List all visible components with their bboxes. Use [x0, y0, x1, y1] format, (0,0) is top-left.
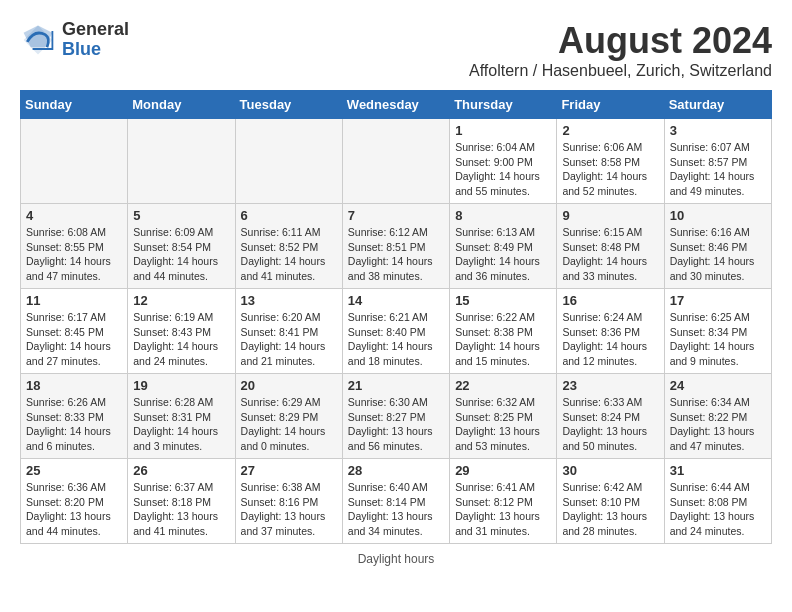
day-info: Sunrise: 6:13 AM Sunset: 8:49 PM Dayligh…	[455, 225, 551, 284]
day-number: 12	[133, 293, 229, 308]
day-info: Sunrise: 6:30 AM Sunset: 8:27 PM Dayligh…	[348, 395, 444, 454]
day-info: Sunrise: 6:16 AM Sunset: 8:46 PM Dayligh…	[670, 225, 766, 284]
logo: General Blue	[20, 20, 129, 60]
calendar-cell: 16Sunrise: 6:24 AM Sunset: 8:36 PM Dayli…	[557, 289, 664, 374]
calendar-table: SundayMondayTuesdayWednesdayThursdayFrid…	[20, 90, 772, 544]
day-number: 11	[26, 293, 122, 308]
day-info: Sunrise: 6:06 AM Sunset: 8:58 PM Dayligh…	[562, 140, 658, 199]
title-block: August 2024 Affoltern / Hasenbueel, Zuri…	[469, 20, 772, 80]
calendar-cell: 11Sunrise: 6:17 AM Sunset: 8:45 PM Dayli…	[21, 289, 128, 374]
calendar-cell	[235, 119, 342, 204]
day-info: Sunrise: 6:08 AM Sunset: 8:55 PM Dayligh…	[26, 225, 122, 284]
day-info: Sunrise: 6:28 AM Sunset: 8:31 PM Dayligh…	[133, 395, 229, 454]
day-number: 26	[133, 463, 229, 478]
day-number: 8	[455, 208, 551, 223]
day-number: 14	[348, 293, 444, 308]
logo-general: General	[62, 20, 129, 40]
day-info: Sunrise: 6:37 AM Sunset: 8:18 PM Dayligh…	[133, 480, 229, 539]
day-number: 17	[670, 293, 766, 308]
calendar-cell: 13Sunrise: 6:20 AM Sunset: 8:41 PM Dayli…	[235, 289, 342, 374]
calendar-cell	[342, 119, 449, 204]
day-of-week-header: Friday	[557, 91, 664, 119]
day-info: Sunrise: 6:26 AM Sunset: 8:33 PM Dayligh…	[26, 395, 122, 454]
day-number: 5	[133, 208, 229, 223]
day-number: 24	[670, 378, 766, 393]
day-number: 29	[455, 463, 551, 478]
calendar-header-row: SundayMondayTuesdayWednesdayThursdayFrid…	[21, 91, 772, 119]
month-title: August 2024	[469, 20, 772, 62]
calendar-cell: 10Sunrise: 6:16 AM Sunset: 8:46 PM Dayli…	[664, 204, 771, 289]
day-info: Sunrise: 6:11 AM Sunset: 8:52 PM Dayligh…	[241, 225, 337, 284]
day-info: Sunrise: 6:24 AM Sunset: 8:36 PM Dayligh…	[562, 310, 658, 369]
calendar-cell: 19Sunrise: 6:28 AM Sunset: 8:31 PM Dayli…	[128, 374, 235, 459]
calendar-cell: 17Sunrise: 6:25 AM Sunset: 8:34 PM Dayli…	[664, 289, 771, 374]
day-number: 10	[670, 208, 766, 223]
footer-text: Daylight hours	[358, 552, 435, 566]
day-info: Sunrise: 6:21 AM Sunset: 8:40 PM Dayligh…	[348, 310, 444, 369]
day-number: 18	[26, 378, 122, 393]
day-info: Sunrise: 6:12 AM Sunset: 8:51 PM Dayligh…	[348, 225, 444, 284]
calendar-week-row: 25Sunrise: 6:36 AM Sunset: 8:20 PM Dayli…	[21, 459, 772, 544]
day-number: 15	[455, 293, 551, 308]
calendar-cell: 1Sunrise: 6:04 AM Sunset: 9:00 PM Daylig…	[450, 119, 557, 204]
day-of-week-header: Monday	[128, 91, 235, 119]
calendar-cell: 8Sunrise: 6:13 AM Sunset: 8:49 PM Daylig…	[450, 204, 557, 289]
day-number: 19	[133, 378, 229, 393]
day-info: Sunrise: 6:17 AM Sunset: 8:45 PM Dayligh…	[26, 310, 122, 369]
calendar-week-row: 1Sunrise: 6:04 AM Sunset: 9:00 PM Daylig…	[21, 119, 772, 204]
day-number: 21	[348, 378, 444, 393]
day-info: Sunrise: 6:32 AM Sunset: 8:25 PM Dayligh…	[455, 395, 551, 454]
calendar-cell: 20Sunrise: 6:29 AM Sunset: 8:29 PM Dayli…	[235, 374, 342, 459]
day-info: Sunrise: 6:29 AM Sunset: 8:29 PM Dayligh…	[241, 395, 337, 454]
day-number: 2	[562, 123, 658, 138]
calendar-cell: 4Sunrise: 6:08 AM Sunset: 8:55 PM Daylig…	[21, 204, 128, 289]
day-number: 23	[562, 378, 658, 393]
page-header: General Blue August 2024 Affoltern / Has…	[20, 20, 772, 80]
day-number: 3	[670, 123, 766, 138]
calendar-cell: 18Sunrise: 6:26 AM Sunset: 8:33 PM Dayli…	[21, 374, 128, 459]
calendar-cell: 27Sunrise: 6:38 AM Sunset: 8:16 PM Dayli…	[235, 459, 342, 544]
day-of-week-header: Wednesday	[342, 91, 449, 119]
calendar-cell: 6Sunrise: 6:11 AM Sunset: 8:52 PM Daylig…	[235, 204, 342, 289]
day-number: 4	[26, 208, 122, 223]
calendar-week-row: 4Sunrise: 6:08 AM Sunset: 8:55 PM Daylig…	[21, 204, 772, 289]
calendar-cell: 14Sunrise: 6:21 AM Sunset: 8:40 PM Dayli…	[342, 289, 449, 374]
day-info: Sunrise: 6:09 AM Sunset: 8:54 PM Dayligh…	[133, 225, 229, 284]
day-info: Sunrise: 6:44 AM Sunset: 8:08 PM Dayligh…	[670, 480, 766, 539]
calendar-cell: 24Sunrise: 6:34 AM Sunset: 8:22 PM Dayli…	[664, 374, 771, 459]
calendar-cell: 22Sunrise: 6:32 AM Sunset: 8:25 PM Dayli…	[450, 374, 557, 459]
day-number: 22	[455, 378, 551, 393]
calendar-cell: 9Sunrise: 6:15 AM Sunset: 8:48 PM Daylig…	[557, 204, 664, 289]
day-number: 28	[348, 463, 444, 478]
calendar-cell: 21Sunrise: 6:30 AM Sunset: 8:27 PM Dayli…	[342, 374, 449, 459]
day-number: 6	[241, 208, 337, 223]
day-number: 16	[562, 293, 658, 308]
calendar-cell: 25Sunrise: 6:36 AM Sunset: 8:20 PM Dayli…	[21, 459, 128, 544]
day-info: Sunrise: 6:25 AM Sunset: 8:34 PM Dayligh…	[670, 310, 766, 369]
day-number: 25	[26, 463, 122, 478]
logo-text: General Blue	[62, 20, 129, 60]
calendar-cell: 3Sunrise: 6:07 AM Sunset: 8:57 PM Daylig…	[664, 119, 771, 204]
day-info: Sunrise: 6:04 AM Sunset: 9:00 PM Dayligh…	[455, 140, 551, 199]
calendar-cell: 31Sunrise: 6:44 AM Sunset: 8:08 PM Dayli…	[664, 459, 771, 544]
day-of-week-header: Thursday	[450, 91, 557, 119]
calendar-cell: 2Sunrise: 6:06 AM Sunset: 8:58 PM Daylig…	[557, 119, 664, 204]
day-info: Sunrise: 6:42 AM Sunset: 8:10 PM Dayligh…	[562, 480, 658, 539]
calendar-cell: 15Sunrise: 6:22 AM Sunset: 8:38 PM Dayli…	[450, 289, 557, 374]
calendar-week-row: 11Sunrise: 6:17 AM Sunset: 8:45 PM Dayli…	[21, 289, 772, 374]
day-number: 1	[455, 123, 551, 138]
day-info: Sunrise: 6:33 AM Sunset: 8:24 PM Dayligh…	[562, 395, 658, 454]
day-number: 27	[241, 463, 337, 478]
day-number: 20	[241, 378, 337, 393]
calendar-cell: 28Sunrise: 6:40 AM Sunset: 8:14 PM Dayli…	[342, 459, 449, 544]
day-number: 9	[562, 208, 658, 223]
day-of-week-header: Sunday	[21, 91, 128, 119]
day-info: Sunrise: 6:36 AM Sunset: 8:20 PM Dayligh…	[26, 480, 122, 539]
day-info: Sunrise: 6:07 AM Sunset: 8:57 PM Dayligh…	[670, 140, 766, 199]
calendar-cell	[21, 119, 128, 204]
day-info: Sunrise: 6:40 AM Sunset: 8:14 PM Dayligh…	[348, 480, 444, 539]
day-of-week-header: Saturday	[664, 91, 771, 119]
logo-blue: Blue	[62, 40, 129, 60]
calendar-cell: 30Sunrise: 6:42 AM Sunset: 8:10 PM Dayli…	[557, 459, 664, 544]
calendar-cell: 23Sunrise: 6:33 AM Sunset: 8:24 PM Dayli…	[557, 374, 664, 459]
